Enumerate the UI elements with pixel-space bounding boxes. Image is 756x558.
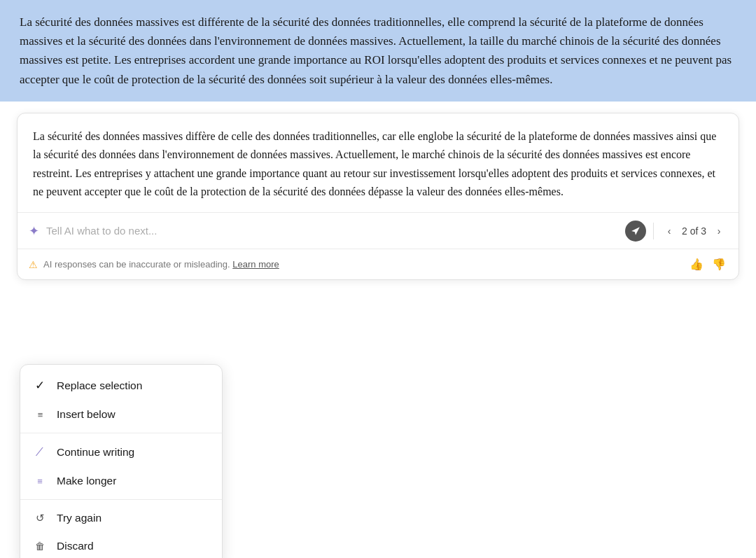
nav-counter: 2 of 3: [682, 225, 706, 237]
feedback-icons: 👍 👎: [688, 256, 727, 272]
menu-item-insert-below[interactable]: ≡ Insert below: [20, 400, 222, 428]
menu-item-make-longer[interactable]: ≡ Make longer: [20, 467, 222, 495]
menu-item-try-again[interactable]: ↺ Try again: [20, 504, 222, 532]
ai-panel: La sécurité des données massives diffère…: [17, 113, 739, 281]
ai-nav-controls: ‹ 2 of 3 ›: [661, 223, 727, 239]
make-longer-label: Make longer: [57, 475, 209, 487]
try-again-icon: ↺: [33, 512, 47, 524]
discard-icon: 🗑: [33, 540, 47, 552]
insert-below-label: Insert below: [57, 408, 209, 421]
menu-item-discard[interactable]: 🗑 Discard: [20, 532, 222, 558]
page-wrapper: La sécurité des données massives est dif…: [0, 0, 756, 558]
check-icon: ✓: [33, 378, 47, 393]
insert-below-icon: ≡: [33, 410, 47, 420]
ai-response-text: La sécurité des données massives diffère…: [18, 113, 738, 214]
dropdown-menu: ✓ Replace selection ≡ Insert below ∕ Con…: [20, 364, 223, 558]
ai-input-row: ✦ Tell AI what to do next... ‹ 2 of 3 ›: [18, 213, 738, 249]
warning-icon: ⚠: [29, 259, 38, 270]
continue-writing-icon: ∕: [33, 445, 47, 459]
ai-warning-row: ⚠ AI responses can be inaccurate or misl…: [18, 249, 738, 279]
selected-text-block: La sécurité des données massives est dif…: [0, 0, 756, 102]
thumbs-down-button[interactable]: 👎: [710, 256, 727, 272]
menu-separator-2: [20, 499, 222, 500]
prev-button[interactable]: ‹: [661, 223, 678, 239]
send-icon: [631, 226, 640, 236]
selected-text-content: La sécurité des données massives est dif…: [20, 13, 736, 89]
thumbs-up-button[interactable]: 👍: [688, 256, 705, 272]
try-again-label: Try again: [57, 512, 209, 524]
ai-response-content: La sécurité des données massives diffère…: [33, 127, 723, 202]
make-longer-icon: ≡: [33, 476, 47, 487]
continue-writing-label: Continue writing: [57, 446, 209, 459]
ai-input-placeholder[interactable]: Tell AI what to do next...: [46, 225, 618, 237]
learn-more-link[interactable]: Learn more: [232, 259, 279, 270]
warning-text: AI responses can be inaccurate or mislea…: [43, 259, 682, 270]
replace-selection-label: Replace selection: [57, 379, 209, 392]
menu-item-replace-selection[interactable]: ✓ Replace selection: [20, 370, 222, 400]
warning-message: AI responses can be inaccurate or mislea…: [43, 259, 230, 270]
ai-send-button[interactable]: [625, 221, 646, 242]
spark-icon: ✦: [29, 223, 39, 239]
ai-divider: [653, 223, 654, 239]
menu-separator-1: [20, 433, 222, 433]
discard-label: Discard: [57, 540, 209, 552]
next-button[interactable]: ›: [710, 223, 727, 239]
menu-item-continue-writing[interactable]: ∕ Continue writing: [20, 438, 222, 467]
